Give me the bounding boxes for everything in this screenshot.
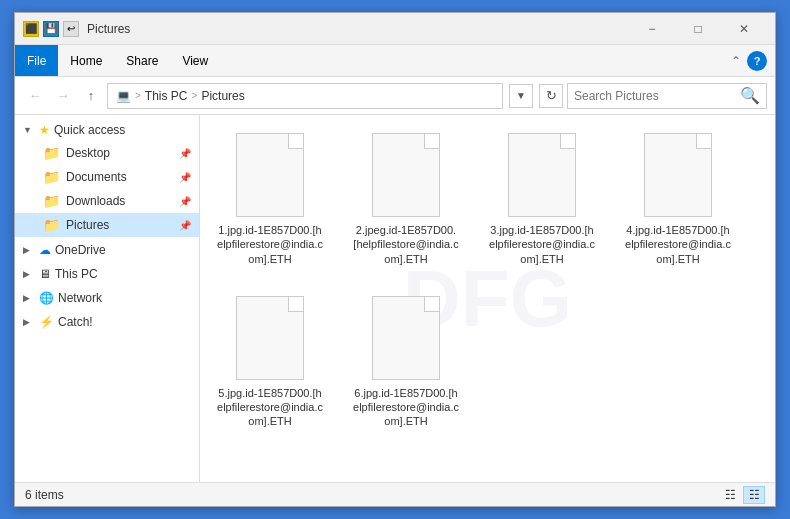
file-area: DFG 1.jpg.id-1E857D00.[helpfilerestore@i… <box>200 115 775 482</box>
sidebar-item-label: Downloads <box>66 194 125 208</box>
menu-file[interactable]: File <box>15 45 58 76</box>
sidebar-header-quick-access[interactable]: ▼ ★ Quick access <box>15 119 199 141</box>
pin-icon: 📌 <box>179 196 191 207</box>
menu-view[interactable]: View <box>170 45 220 76</box>
file-icon-5 <box>370 294 442 382</box>
file-icon-1 <box>370 131 442 219</box>
network-icon: 🌐 <box>39 291 54 305</box>
file-page <box>508 133 576 217</box>
title-bar: ⬛ 💾 ↩ Pictures − □ ✕ <box>15 13 775 45</box>
chevron-right-icon: ▶ <box>23 293 35 303</box>
menu-share[interactable]: Share <box>114 45 170 76</box>
sidebar: ▼ ★ Quick access 📁 Desktop 📌 📁 Documents… <box>15 115 200 482</box>
sidebar-header-onedrive[interactable]: ▶ ☁ OneDrive <box>15 239 199 261</box>
forward-button[interactable]: → <box>51 84 75 108</box>
sidebar-section-onedrive: ▶ ☁ OneDrive <box>15 239 199 261</box>
window-controls: − □ ✕ <box>629 13 767 45</box>
file-page <box>644 133 712 217</box>
sidebar-item-documents[interactable]: 📁 Documents 📌 <box>15 165 199 189</box>
star-icon: ★ <box>39 123 50 137</box>
sidebar-section-quick-access: ▼ ★ Quick access 📁 Desktop 📌 📁 Documents… <box>15 119 199 237</box>
file-item[interactable]: 3.jpg.id-1E857D00.[helpfilerestore@india… <box>482 125 602 272</box>
pin-icon: 📌 <box>179 148 191 159</box>
folder-icon: 📁 <box>43 217 60 233</box>
file-name: 5.jpg.id-1E857D00.[helpfilerestore@india… <box>216 386 324 429</box>
maximize-button[interactable]: □ <box>675 13 721 45</box>
sidebar-item-label: Documents <box>66 170 127 184</box>
sidebar-header-thispc[interactable]: ▶ 🖥 This PC <box>15 263 199 285</box>
undo-icon: ↩ <box>63 21 79 37</box>
search-box[interactable]: 🔍 <box>567 83 767 109</box>
save-icon: 💾 <box>43 21 59 37</box>
file-page <box>236 133 304 217</box>
file-name: 1.jpg.id-1E857D00.[helpfilerestore@india… <box>216 223 324 266</box>
file-item[interactable]: 5.jpg.id-1E857D00.[helpfilerestore@india… <box>210 288 330 435</box>
up-button[interactable]: ↑ <box>79 84 103 108</box>
sidebar-item-desktop[interactable]: 📁 Desktop 📌 <box>15 141 199 165</box>
sidebar-item-pictures[interactable]: 📁 Pictures 📌 <box>15 213 199 237</box>
thispc-icon: 🖥 <box>39 267 51 281</box>
file-item[interactable]: 2.jpeg.id-1E857D00.[helpfilestore@india.… <box>346 125 466 272</box>
sidebar-item-label: Desktop <box>66 146 110 160</box>
status-bar: 6 items ☷ ☷ <box>15 482 775 506</box>
address-bar: ← → ↑ 💻 > This PC > Pictures ▼ ↻ 🔍 <box>15 77 775 115</box>
path-thispc: This PC <box>145 89 188 103</box>
file-page <box>236 296 304 380</box>
menu-expand-icon[interactable]: ⌃ <box>731 54 741 68</box>
file-item[interactable]: 4.jpg.id-1E857D00.[helpfilerestore@india… <box>618 125 738 272</box>
folder-icon: 📁 <box>43 169 60 185</box>
menu-bar: File Home Share View ⌃ ? <box>15 45 775 77</box>
thispc-label: This PC <box>55 267 98 281</box>
path-pictures: Pictures <box>201 89 244 103</box>
onedrive-label: OneDrive <box>55 243 106 257</box>
file-item[interactable]: 6.jpg.id-1E857D00.[helpfilerestore@india… <box>346 288 466 435</box>
file-icon-4 <box>234 294 306 382</box>
list-view-button[interactable]: ☷ <box>719 486 741 504</box>
main-area: ▼ ★ Quick access 📁 Desktop 📌 📁 Documents… <box>15 115 775 482</box>
file-name: 6.jpg.id-1E857D00.[helpfilerestore@india… <box>352 386 460 429</box>
refresh-button[interactable]: ↻ <box>539 84 563 108</box>
file-page <box>372 296 440 380</box>
sidebar-item-label: Pictures <box>66 218 109 232</box>
sidebar-item-downloads[interactable]: 📁 Downloads 📌 <box>15 189 199 213</box>
help-button[interactable]: ? <box>747 51 767 71</box>
minimize-button[interactable]: − <box>629 13 675 45</box>
file-page <box>372 133 440 217</box>
window-title: Pictures <box>87 22 629 36</box>
title-bar-icons: ⬛ 💾 ↩ <box>23 21 79 37</box>
chevron-down-icon: ▼ <box>23 125 35 135</box>
view-toggle: ☷ ☷ <box>719 486 765 504</box>
file-item[interactable]: 1.jpg.id-1E857D00.[helpfilerestore@india… <box>210 125 330 272</box>
file-icon-3 <box>642 131 714 219</box>
pin-icon: 📌 <box>179 172 191 183</box>
quick-access-label: Quick access <box>54 123 125 137</box>
sidebar-header-catch[interactable]: ▶ ⚡ Catch! <box>15 311 199 333</box>
catch-icon: ⚡ <box>39 315 54 329</box>
pin-icon: 📌 <box>179 220 191 231</box>
sidebar-header-network[interactable]: ▶ 🌐 Network <box>15 287 199 309</box>
close-button[interactable]: ✕ <box>721 13 767 45</box>
file-icon-2 <box>506 131 578 219</box>
address-path[interactable]: 💻 > This PC > Pictures <box>107 83 503 109</box>
explorer-window: ⬛ 💾 ↩ Pictures − □ ✕ File Home Share Vie… <box>14 12 776 507</box>
path-dropdown-button[interactable]: ▼ <box>509 84 533 108</box>
search-input[interactable] <box>574 89 736 103</box>
menu-home[interactable]: Home <box>58 45 114 76</box>
file-name: 4.jpg.id-1E857D00.[helpfilerestore@india… <box>624 223 732 266</box>
sidebar-section-network: ▶ 🌐 Network <box>15 287 199 309</box>
file-grid: 1.jpg.id-1E857D00.[helpfilerestore@india… <box>210 125 765 435</box>
quick-access-icon: ⬛ <box>23 21 39 37</box>
folder-icon: 📁 <box>43 145 60 161</box>
status-items-count: 6 items <box>25 488 64 502</box>
sidebar-section-thispc: ▶ 🖥 This PC <box>15 263 199 285</box>
menu-right: ⌃ ? <box>731 51 775 71</box>
search-icon: 🔍 <box>740 86 760 105</box>
network-label: Network <box>58 291 102 305</box>
onedrive-icon: ☁ <box>39 243 51 257</box>
chevron-right-icon: ▶ <box>23 245 35 255</box>
back-button[interactable]: ← <box>23 84 47 108</box>
chevron-right-icon: ▶ <box>23 269 35 279</box>
file-icon-0 <box>234 131 306 219</box>
details-view-button[interactable]: ☷ <box>743 486 765 504</box>
chevron-right-icon: ▶ <box>23 317 35 327</box>
